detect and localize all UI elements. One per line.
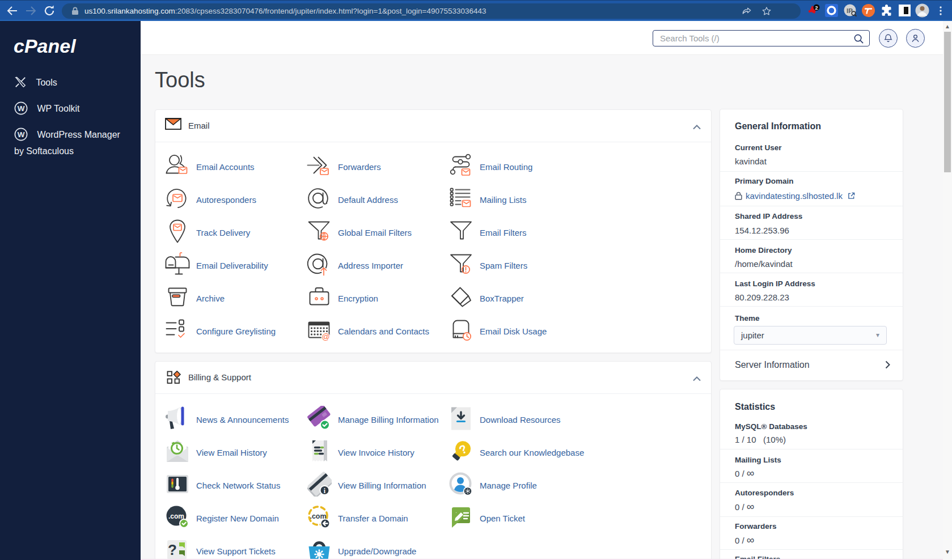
svg-text:W: W [18,104,25,113]
svg-text:?: ? [168,541,177,558]
svg-text:cPanel: cPanel [14,36,77,57]
svg-text:@: @ [321,332,329,341]
svg-text:2: 2 [815,5,818,11]
svg-text:.com: .com [168,512,184,520]
svg-text:W: W [18,130,25,139]
